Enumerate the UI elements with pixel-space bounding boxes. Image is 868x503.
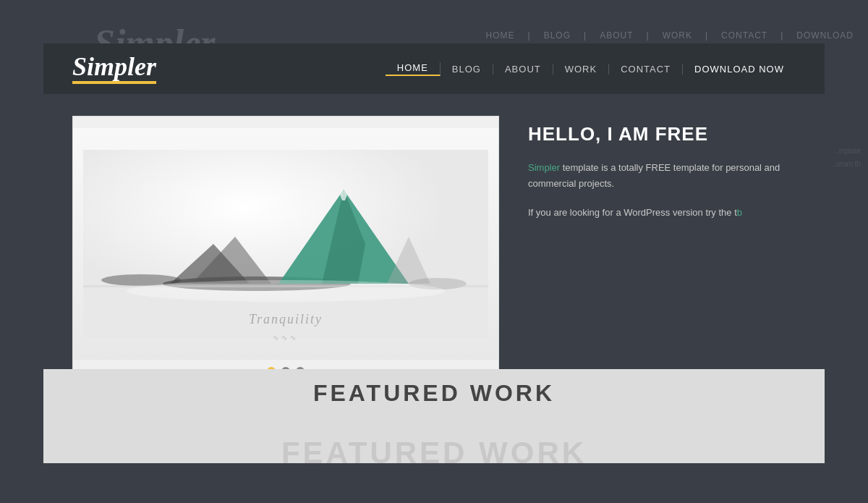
svg-point-11: [127, 280, 445, 302]
nav-contact[interactable]: CONTACT: [609, 64, 683, 75]
nav-home[interactable]: HOME: [386, 62, 441, 76]
nav-download[interactable]: DOWNLOAD NOW: [683, 64, 796, 75]
hero-description: Simpler template is a totally FREE templ…: [528, 160, 796, 192]
featured-section: FEATURED WORK FEATURED WORK: [43, 369, 825, 463]
slider[interactable]: Tranquility ∿∿∿: [72, 116, 499, 398]
slide-image: Tranquility ∿∿∿: [73, 128, 498, 360]
link-highlight: b: [737, 207, 742, 218]
desc-text: template is a totally FREE template for …: [528, 162, 780, 189]
hero-text: HELLO, I AM FREE Simpler template is a t…: [528, 116, 796, 398]
logo[interactable]: Simpler: [72, 54, 156, 84]
bg-right-text: ...mplate ...orum th: [830, 145, 861, 171]
hero-title: HELLO, I AM FREE: [528, 123, 796, 145]
svg-rect-0: [83, 150, 488, 338]
hero-link-text: If you are looking for a WordPress versi…: [528, 205, 796, 221]
featured-title: FEATURED WORK: [313, 380, 555, 407]
main-window: Simpler HOME BLOG ABOUT WORK CONTACT DOW…: [43, 43, 825, 463]
header: Simpler HOME BLOG ABOUT WORK CONTACT DOW…: [43, 43, 825, 94]
slide-caption: Tranquility: [249, 312, 323, 327]
nav-work[interactable]: WORK: [553, 64, 609, 75]
featured-title-shadow: FEATURED WORK: [281, 436, 587, 463]
logo-text: Simpler: [72, 54, 156, 80]
logo-underline: [72, 81, 156, 84]
background-nav: HOME | BLOG | ABOUT | WORK | CONTACT | D…: [486, 30, 854, 41]
nav-about[interactable]: ABOUT: [493, 64, 553, 75]
slide-caption-decoration: ∿∿∿: [273, 334, 299, 342]
brand-highlight: Simpler: [528, 162, 560, 173]
nav-blog[interactable]: BLOG: [441, 64, 493, 75]
main-nav: HOME BLOG ABOUT WORK CONTACT DOWNLOAD NO…: [386, 62, 796, 76]
mountain-svg: [83, 150, 488, 338]
